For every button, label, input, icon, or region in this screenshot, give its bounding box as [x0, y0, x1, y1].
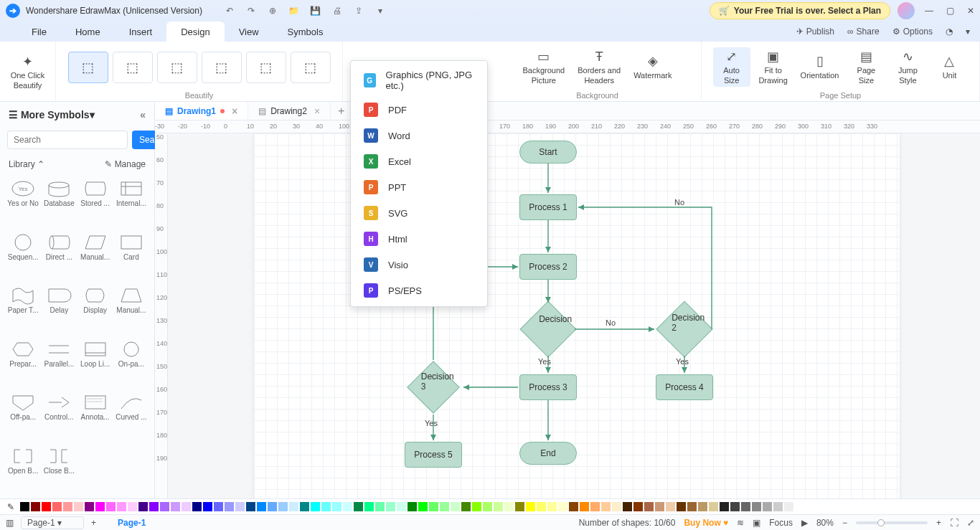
- menu-file[interactable]: File: [17, 22, 61, 42]
- export-excel[interactable]: XExcel: [351, 148, 487, 174]
- focus-button[interactable]: Focus: [769, 518, 793, 528]
- node-process5[interactable]: Process 5: [405, 442, 462, 468]
- node-decision3[interactable]: Decision 3: [407, 361, 460, 414]
- shape-annota-[interactable]: Annota...: [78, 390, 113, 443]
- color-swatch[interactable]: [569, 502, 578, 511]
- zoom-level[interactable]: 80%: [816, 518, 834, 528]
- node-process4[interactable]: Process 4: [656, 374, 713, 400]
- shape-delay[interactable]: Delay: [42, 283, 76, 336]
- color-swatch[interactable]: [773, 502, 783, 511]
- node-decision2[interactable]: Decision 2: [656, 301, 712, 357]
- color-swatch[interactable]: [666, 502, 675, 511]
- shape-card[interactable]: Card: [114, 230, 149, 283]
- color-swatch[interactable]: [451, 502, 460, 511]
- color-swatch[interactable]: [182, 502, 191, 511]
- color-swatch[interactable]: [85, 502, 94, 511]
- one-click-beautify-button[interactable]: ✦One Click Beautify: [6, 52, 50, 91]
- orientation-button[interactable]: ▯Orientation: [796, 52, 844, 82]
- color-swatch[interactable]: [214, 502, 223, 511]
- color-swatch[interactable]: [580, 502, 589, 511]
- shape-sequen-[interactable]: Sequen...: [6, 230, 40, 283]
- color-swatch[interactable]: [483, 502, 492, 511]
- menu-insert[interactable]: Insert: [115, 22, 167, 42]
- node-process3[interactable]: Process 3: [519, 374, 577, 400]
- close-tab-icon[interactable]: ×: [232, 105, 237, 117]
- tab-drawing1[interactable]: ▤ Drawing1 ×: [155, 102, 248, 120]
- color-swatch[interactable]: [375, 502, 385, 511]
- color-swatch[interactable]: [526, 502, 535, 511]
- export-icon[interactable]: ⇪: [353, 5, 364, 16]
- canvas[interactable]: Start Process 1 Process 2 Decision Decis…: [168, 133, 980, 498]
- chevron-down-icon[interactable]: ▾: [90, 109, 95, 120]
- export-ps[interactable]: PPS/EPS: [351, 278, 487, 303]
- menu-design[interactable]: Design: [166, 22, 224, 42]
- color-swatch[interactable]: [698, 502, 707, 511]
- color-swatch[interactable]: [752, 502, 761, 511]
- color-swatch[interactable]: [74, 502, 83, 511]
- color-swatch[interactable]: [203, 502, 212, 511]
- node-end[interactable]: End: [519, 442, 577, 465]
- share-button[interactable]: ∞Share: [847, 27, 880, 37]
- color-swatch[interactable]: [623, 502, 632, 511]
- add-page-button[interactable]: +: [91, 518, 96, 528]
- layers-icon[interactable]: ≋: [737, 518, 744, 528]
- color-swatch[interactable]: [677, 502, 686, 511]
- color-swatch[interactable]: [321, 502, 331, 511]
- export-html[interactable]: HHtml: [351, 226, 487, 252]
- color-swatch[interactable]: [461, 502, 471, 511]
- style-thumb-2[interactable]: ⬚: [113, 52, 153, 83]
- shape-paper-t-[interactable]: Paper T...: [6, 283, 40, 336]
- color-swatch[interactable]: [558, 502, 567, 511]
- shape-loop-li-[interactable]: Loop Li...: [78, 337, 113, 389]
- buy-now-button[interactable]: Buy Now ♥: [684, 518, 728, 528]
- close-tab-icon[interactable]: ×: [314, 105, 320, 117]
- color-swatch[interactable]: [354, 502, 363, 511]
- color-swatch[interactable]: [343, 502, 352, 511]
- save-icon[interactable]: 💾: [310, 5, 321, 16]
- color-swatch[interactable]: [537, 502, 546, 511]
- zoom-out-button[interactable]: −: [842, 518, 847, 528]
- color-swatch[interactable]: [52, 502, 62, 511]
- shape-display[interactable]: Display: [78, 283, 113, 336]
- shape-manual-[interactable]: Manual...: [114, 283, 149, 336]
- auto-size-button[interactable]: ⤢Auto Size: [713, 47, 750, 86]
- color-swatch[interactable]: [278, 502, 288, 511]
- undo-icon[interactable]: ↶: [224, 5, 235, 16]
- color-swatch[interactable]: [687, 502, 697, 511]
- fit-drawing-button[interactable]: ▣Fit to Drawing: [755, 47, 792, 86]
- redo-icon[interactable]: ↷: [245, 5, 257, 16]
- add-tab-button[interactable]: +: [331, 105, 352, 118]
- color-swatch[interactable]: [730, 502, 740, 511]
- color-swatch[interactable]: [397, 502, 406, 511]
- color-swatch[interactable]: [364, 502, 374, 511]
- color-swatch[interactable]: [257, 502, 266, 511]
- color-swatch[interactable]: [795, 502, 804, 511]
- color-swatch[interactable]: [20, 502, 29, 511]
- collapse-sidebar-icon[interactable]: «: [140, 109, 146, 120]
- style-thumb-3[interactable]: ⬚: [157, 52, 197, 83]
- color-swatch[interactable]: [300, 502, 309, 511]
- search-input[interactable]: [7, 131, 128, 149]
- tab-drawing2[interactable]: ▤ Drawing2 ×: [248, 102, 331, 120]
- color-swatch[interactable]: [763, 502, 772, 511]
- shape-parallel-[interactable]: Parallel...: [42, 337, 76, 389]
- color-swatch[interactable]: [138, 502, 148, 511]
- avatar[interactable]: [897, 2, 915, 19]
- watermark-button[interactable]: ◈Watermark: [629, 52, 676, 82]
- color-swatch[interactable]: [784, 502, 793, 511]
- print-icon[interactable]: 🖨: [331, 5, 343, 16]
- maximize-button[interactable]: ▢: [946, 6, 954, 16]
- play-icon[interactable]: ▶: [801, 518, 808, 528]
- color-swatch[interactable]: [612, 502, 621, 511]
- color-swatch[interactable]: [117, 502, 126, 511]
- color-swatch[interactable]: [472, 502, 481, 511]
- menu-chevron-icon[interactable]: ▾: [966, 27, 970, 37]
- color-swatch[interactable]: [644, 502, 654, 511]
- hamburger-icon[interactable]: ☰: [9, 109, 18, 120]
- shape-curved-[interactable]: Curved ...: [114, 390, 149, 443]
- shape-off-pa-[interactable]: Off-pa...: [6, 390, 40, 443]
- color-swatch[interactable]: [42, 502, 51, 511]
- new-icon[interactable]: ⊕: [267, 5, 278, 16]
- page-size-button[interactable]: ▤Page Size: [847, 47, 885, 86]
- color-swatch[interactable]: [440, 502, 449, 511]
